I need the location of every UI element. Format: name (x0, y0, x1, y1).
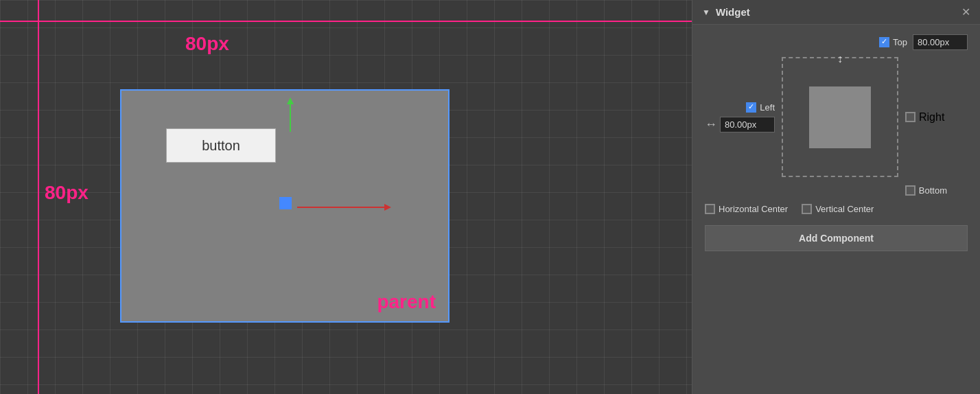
h-center-checkbox-label: Horizontal Center (705, 204, 788, 214)
v-center-checkbox-label: Vertical Center (802, 204, 874, 214)
top-label: Top (893, 37, 907, 47)
button-widget[interactable]: button (166, 128, 276, 163)
panel-close-button[interactable]: ✕ (961, 5, 970, 19)
canvas-area: 80px 80px button parent (0, 0, 692, 394)
right-checkbox-row: Right (905, 111, 944, 124)
red-arrow-right (285, 202, 391, 216)
bottom-label: Bottom (919, 185, 947, 196)
label-80px-top: 80px (185, 33, 229, 55)
bottom-checkbox-label: Bottom (905, 185, 947, 196)
pink-top-guide-line (0, 21, 692, 22)
right-checkbox[interactable] (905, 112, 915, 122)
parent-label: parent (377, 291, 436, 313)
bottom-property-row: Bottom (705, 185, 968, 196)
right-label: Right (919, 111, 944, 124)
panel-collapse-icon[interactable]: ▼ (702, 8, 710, 17)
right-property-area: Right (905, 111, 944, 124)
green-arrow-up (285, 97, 296, 136)
left-arrow-icon: ↔ (705, 117, 717, 132)
bottom-checkbox[interactable] (905, 185, 915, 196)
svg-marker-1 (287, 97, 294, 104)
top-checkbox-label: Top (879, 37, 907, 47)
pink-left-guide-line (38, 0, 39, 394)
v-center-label: Vertical Center (815, 204, 874, 214)
svg-marker-3 (384, 204, 391, 211)
v-center-checkbox[interactable] (802, 204, 812, 214)
add-component-button[interactable]: Add Component (705, 225, 968, 251)
panel-title-area: ▼ Widget (702, 6, 750, 18)
h-center-label: Horizontal Center (719, 204, 788, 214)
left-checkbox-label: Left (746, 102, 775, 113)
panel-title: Widget (716, 6, 750, 18)
button-widget-label: button (202, 138, 240, 154)
widget-panel: ▼ Widget ✕ Top 80.00px Left ↔ (692, 0, 980, 394)
top-checkbox[interactable] (879, 37, 889, 47)
left-value-display[interactable]: 80.00px (720, 117, 775, 132)
vis-top-arrow-icon: ↕ (837, 53, 843, 65)
top-value-display[interactable]: 80.00px (913, 34, 968, 50)
center-properties-row: Horizontal Center Vertical Center (705, 204, 968, 214)
left-label: Left (760, 102, 775, 113)
parent-box[interactable]: button parent (120, 89, 450, 323)
widget-vis-box: ↕ (782, 57, 898, 177)
panel-body: Top 80.00px Left ↔ 80.00px ↕ (692, 25, 980, 394)
h-center-checkbox[interactable] (705, 204, 715, 214)
widget-vis-inner (809, 86, 871, 148)
left-checkbox[interactable] (746, 102, 756, 113)
vis-area: Left ↔ 80.00px ↕ Right (705, 57, 968, 177)
top-property-row: Top 80.00px (705, 34, 968, 50)
label-80px-left: 80px (45, 182, 89, 204)
panel-header: ▼ Widget ✕ (692, 0, 980, 25)
